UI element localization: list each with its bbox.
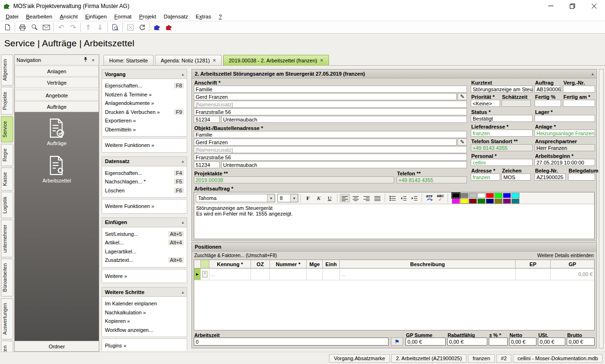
table-row[interactable]: ► * ... ... 0,00 € <box>194 269 594 280</box>
print-icon[interactable] <box>17 22 28 33</box>
nav-item-auftraege[interactable]: Aufträge <box>15 101 99 112</box>
action-item[interactable]: Übermitteln » <box>105 125 184 134</box>
objekt-ort-field[interactable]: Untermaubach <box>221 161 467 168</box>
outdent-icon[interactable] <box>398 194 408 202</box>
tab-close-icon[interactable]: × <box>213 58 216 63</box>
ust-field[interactable]: 0,00 € <box>538 338 565 346</box>
projektakte-field[interactable]: 2019.00038 <box>194 176 394 183</box>
lager-field[interactable] <box>535 115 595 122</box>
cell-ep[interactable] <box>516 269 551 280</box>
menu-projekt[interactable]: Projekt <box>135 13 160 20</box>
rabatt-pct-field[interactable] <box>489 338 508 346</box>
adresse-field[interactable]: franzen <box>471 173 500 181</box>
color-swatch[interactable] <box>511 193 519 198</box>
telefon-field[interactable]: +49 8143 4355 <box>397 176 467 183</box>
action-item[interactable]: Nachschlagen... *F5 <box>105 177 184 186</box>
collapse-icon[interactable]: ▴ <box>591 71 594 76</box>
collapsed-side-strip[interactable] <box>599 69 604 348</box>
color-swatch[interactable] <box>460 193 468 198</box>
cell-mge[interactable] <box>307 269 323 280</box>
color-swatch[interactable] <box>460 199 468 204</box>
prioritaet-field[interactable]: <Keine> <box>471 100 500 107</box>
action-item[interactable]: Im Kalender einplanen <box>105 299 184 308</box>
action-item[interactable]: Nachkalkulation » <box>105 308 184 317</box>
align-center-icon[interactable] <box>351 194 361 202</box>
action-item[interactable]: Eigenschaften...F8 <box>105 81 184 90</box>
objekt-plz-field[interactable]: 51234 <box>194 161 220 168</box>
side-tab-allgemein[interactable]: Allgemein <box>1 54 13 86</box>
verg-nr-field[interactable] <box>563 86 595 93</box>
side-tab-bueroarbeiten[interactable]: Büroarbeiten <box>1 259 13 296</box>
side-tab-service[interactable]: Service <box>1 116 13 142</box>
arbeitszeit-field[interactable]: 0 <box>194 338 389 346</box>
ansprechpartner-field[interactable]: Herr Franzen <box>535 144 595 151</box>
objekt-strasse-field[interactable]: Franzstraße 56 <box>194 154 467 161</box>
action-item[interactable]: LöschenF6 <box>105 186 184 195</box>
objekt-namenszusatz-field[interactable]: [Namenszusatz] <box>194 146 467 153</box>
menu-hilfe[interactable]: ? <box>215 13 225 20</box>
chevron-down-icon[interactable]: ▼ <box>267 194 275 202</box>
brutto-field[interactable]: 0,00 € <box>567 338 595 346</box>
tab-home[interactable]: Home: Startseite <box>104 55 154 65</box>
indent-icon[interactable] <box>409 194 419 202</box>
personal-field[interactable]: cellini <box>471 159 533 166</box>
beleg-nr-field[interactable]: AZ1900025 <box>535 173 566 181</box>
kurztext-field[interactable]: Störungsanzeige am Steue <box>471 86 533 93</box>
plugin-red-icon[interactable] <box>163 22 175 33</box>
color-swatch[interactable] <box>477 193 485 198</box>
color-swatch[interactable] <box>452 193 460 198</box>
menu-einfuegen[interactable]: Einfügen <box>81 13 110 20</box>
objekt-familie-field[interactable]: Familie <box>194 131 467 138</box>
cell-kennung[interactable]: ... <box>209 269 251 280</box>
chevron-down-icon[interactable]: ▼ <box>290 194 298 202</box>
spellcheck-icon[interactable]: ABC✓ <box>435 194 445 202</box>
menu-extras[interactable]: Extras <box>192 13 215 20</box>
italic-button[interactable]: K <box>314 194 324 202</box>
menu-datensatz[interactable]: Datensatz <box>160 13 192 20</box>
cell-oz[interactable] <box>251 269 270 280</box>
color-swatch[interactable] <box>469 193 477 198</box>
weitere-details-link[interactable]: Weitere Details einblenden <box>537 253 594 258</box>
action-item[interactable]: Zusatztext...Alt+6 <box>105 256 184 265</box>
arbeitsauftrag-textarea[interactable]: Störungsanzeige am Steuergerät Es wird e… <box>194 204 594 217</box>
color-swatch[interactable] <box>477 199 485 204</box>
underline-button[interactable]: U <box>325 194 335 202</box>
action-item[interactable]: Plugins » <box>105 341 184 350</box>
report-preview-icon[interactable] <box>109 22 121 33</box>
nav-item-vertraege[interactable]: Verträge <box>15 77 99 88</box>
cell-beschreibung[interactable]: ... <box>340 269 516 280</box>
font-size-select[interactable]: 8▼ <box>277 194 298 202</box>
fertig-pct-field[interactable] <box>535 100 561 107</box>
collapse-icon[interactable]: ▴ <box>182 72 184 77</box>
collapse-icon[interactable]: ▴ <box>182 159 184 164</box>
edit-site-address-button[interactable]: ✎ <box>458 139 467 146</box>
color-swatch[interactable] <box>503 193 511 198</box>
tab-arbeitszettel[interactable]: 2019.00038 - 2. Arbeitszettel (franzen)× <box>223 55 329 65</box>
menu-datei[interactable]: Datei <box>2 13 22 20</box>
menu-bearbeiten[interactable]: Bearbeiten <box>22 13 56 20</box>
cell-gp[interactable]: 0,00 € <box>551 269 594 280</box>
anschrift-strasse-field[interactable]: Franzstraße 56 <box>194 108 467 115</box>
menu-ansicht[interactable]: Ansicht <box>56 13 82 20</box>
color-swatch[interactable] <box>452 199 460 204</box>
action-item[interactable]: Drucken & Verbuchen »F9 <box>105 108 184 117</box>
collapse-icon[interactable]: ▴ <box>182 290 184 295</box>
align-justify-icon[interactable] <box>372 194 382 202</box>
cell-einh[interactable] <box>323 269 340 280</box>
tab-agenda[interactable]: Agenda: Notiz (1281)× <box>155 55 222 65</box>
anschrift-plz-field[interactable]: 51234 <box>194 116 220 123</box>
restore-button[interactable] <box>562 0 583 12</box>
lieferadresse-field[interactable]: franzen <box>471 130 533 137</box>
close-button[interactable] <box>583 0 605 12</box>
color-swatch[interactable] <box>494 199 502 204</box>
side-tab-stammdaten[interactable]: Stammdaten <box>1 341 13 352</box>
action-item[interactable]: Workflow anzeigen... <box>105 326 184 335</box>
cell-nummer[interactable] <box>270 269 307 280</box>
action-item[interactable]: Exportieren » <box>105 116 184 125</box>
nav-footer-ordner[interactable]: Ordner <box>15 341 99 351</box>
rabattfaehig-field[interactable]: 0,00 € <box>447 338 487 346</box>
shortcut-auftraege[interactable]: Aufträge <box>47 118 67 146</box>
netto-field[interactable]: 0,00 € <box>509 338 536 346</box>
objekt-name-field[interactable]: Gerd Franzen <box>194 139 457 146</box>
action-item[interactable]: Artikel...Alt+4 <box>105 238 184 247</box>
